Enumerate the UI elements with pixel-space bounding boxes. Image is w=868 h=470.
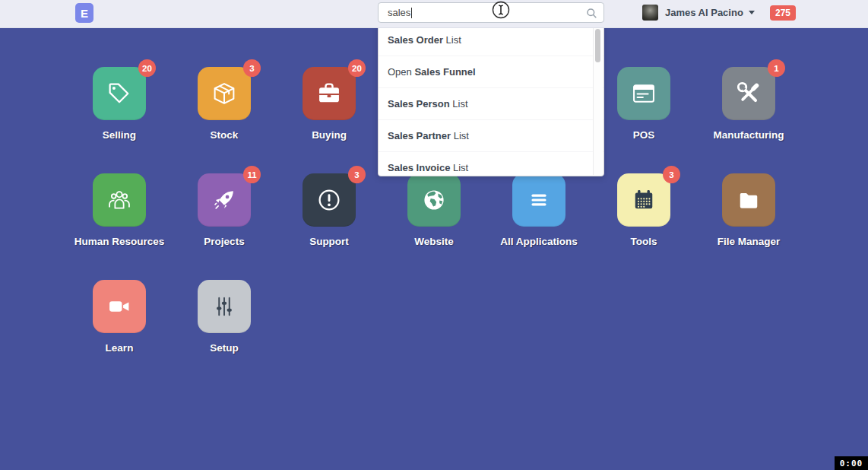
module-cell-pos: POS: [591, 67, 696, 141]
module-cell-file-manager: File Manager: [696, 173, 801, 247]
chevron-down-icon: [749, 11, 755, 14]
module-label: POS: [633, 129, 655, 141]
module-label: Human Resources: [74, 236, 165, 247]
module-label: Stock: [211, 129, 239, 141]
module-cell-manufacturing: 1Manufacturing: [696, 67, 801, 141]
pos-screen-icon: [630, 80, 657, 107]
module-cell-website: Website: [382, 173, 486, 247]
module-row: Human Resources 11Projects 3Support Webs…: [67, 173, 801, 247]
module-label: Learn: [106, 342, 134, 354]
module-row: Learn Setup: [67, 280, 801, 354]
notification-count-badge[interactable]: 275: [770, 5, 796, 21]
navbar: E sales James Al Pacino: [0, 0, 868, 28]
module-label: Buying: [312, 129, 347, 141]
module-label: All Applications: [500, 236, 578, 247]
globe-icon: [420, 186, 448, 214]
module-tile-projects[interactable]: 11: [198, 173, 251, 227]
module-tile-learn[interactable]: [93, 280, 146, 333]
module-cell-selling: 20Selling: [67, 67, 172, 141]
module-tile-website[interactable]: [407, 173, 461, 227]
dropdown-scrollbar-thumb[interactable]: [595, 29, 600, 62]
app-logo[interactable]: E: [75, 3, 93, 23]
module-count-badge: 3: [243, 59, 261, 77]
user-name: James Al Pacino: [665, 7, 743, 18]
rocket-icon: [211, 186, 238, 214]
user-avatar: [642, 5, 658, 21]
module-tile-tools[interactable]: 3: [617, 173, 670, 227]
module-count-badge: 11: [243, 166, 261, 183]
module-cell-projects: 11Projects: [172, 173, 277, 247]
module-count-badge: 3: [663, 166, 680, 183]
recording-timer: 0:00: [835, 456, 868, 470]
module-cell-learn: Learn: [67, 280, 172, 354]
module-label: File Manager: [718, 236, 781, 247]
exclamation-circle-icon: [315, 186, 343, 214]
mouse-ibeam-cursor: [491, 1, 511, 24]
module-cell-all-applications: All Applications: [486, 173, 591, 247]
tag-icon: [106, 80, 133, 107]
module-tile-stock[interactable]: 3: [198, 67, 251, 120]
module-cell-human-resources: Human Resources: [67, 173, 172, 247]
module-cell-stock: 3Stock: [172, 67, 277, 141]
dropdown-scrollbar-track: [593, 25, 603, 175]
module-tile-buying[interactable]: 20: [303, 67, 356, 120]
module-label: Projects: [204, 236, 244, 247]
search-suggestion-item[interactable]: Open Sales Funnel: [379, 56, 603, 88]
hamburger-menu-icon: [525, 186, 553, 214]
module-label: Setup: [210, 342, 239, 354]
module-cell-tools: 3Tools: [591, 173, 696, 247]
people-group-icon: [106, 186, 133, 214]
module-label: Manufacturing: [714, 129, 784, 141]
module-label: Selling: [103, 129, 136, 141]
search-value: sales: [388, 7, 410, 18]
search-suggestion-item[interactable]: Sales Invoice List: [379, 152, 603, 176]
folder-icon: [735, 186, 762, 214]
search-suggestions-dropdown: Sales Order ListOpen Sales FunnelSales P…: [378, 24, 604, 176]
module-tile-setup[interactable]: [198, 280, 251, 333]
sliders-icon: [211, 293, 238, 320]
tools-crossed-icon: [735, 80, 762, 107]
user-menu[interactable]: James Al Pacino: [642, 5, 755, 21]
module-tile-all-applications[interactable]: [512, 173, 565, 227]
module-label: Support: [309, 236, 349, 247]
search-icon: [586, 8, 597, 22]
calendar-icon: [630, 186, 657, 214]
module-tile-selling[interactable]: 20: [93, 67, 146, 120]
text-caret: [411, 8, 412, 18]
module-label: Website: [414, 236, 454, 247]
module-tile-file-manager[interactable]: [722, 173, 775, 227]
module-count-badge: 3: [348, 166, 366, 183]
module-count-badge: 20: [138, 59, 156, 77]
module-tile-pos[interactable]: [617, 67, 670, 120]
module-cell-setup: Setup: [172, 280, 277, 354]
module-count-badge: 1: [768, 59, 785, 77]
module-label: Tools: [631, 236, 657, 247]
module-count-badge: 20: [348, 59, 366, 77]
module-tile-support[interactable]: 3: [303, 173, 356, 227]
desk-page: E sales James Al Pacino: [0, 0, 868, 470]
video-camera-icon: [106, 293, 133, 320]
module-cell-support: 3Support: [277, 173, 382, 247]
search-suggestion-item[interactable]: Sales Order List: [379, 24, 603, 56]
search-suggestion-item[interactable]: Sales Person List: [379, 88, 603, 120]
search-suggestion-item[interactable]: Sales Partner List: [379, 120, 603, 152]
module-cell-buying: 20Buying: [277, 67, 382, 141]
module-tile-human-resources[interactable]: [93, 173, 146, 227]
module-tile-manufacturing[interactable]: 1: [722, 67, 775, 120]
box-icon: [211, 80, 238, 107]
briefcase-icon: [315, 80, 343, 107]
